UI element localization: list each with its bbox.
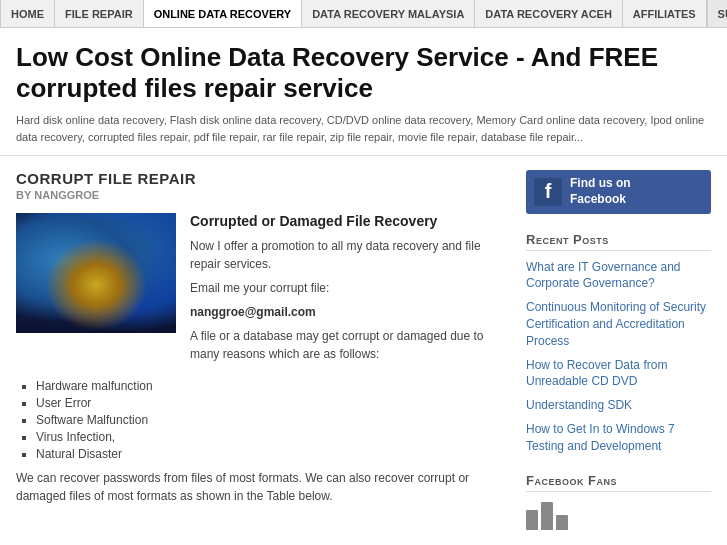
article-title: Corrupted or Damaged File Recovery — [190, 213, 510, 229]
list-item: Hardware malfunction — [36, 379, 510, 393]
page-subtitle: Hard disk online data recovery, Flash di… — [16, 112, 711, 145]
recent-post-link[interactable]: What are IT Governance and Corporate Gov… — [526, 259, 711, 293]
nav-home[interactable]: HOME — [0, 0, 55, 27]
nav-data-recovery-aceh[interactable]: DATA RECOVERY ACEH — [475, 0, 623, 27]
list-item: Software Malfunction — [36, 413, 510, 427]
recent-post-link[interactable]: Continuous Monitoring of Security Certif… — [526, 299, 711, 349]
article-email-label: Email me your corrupt file: — [190, 279, 510, 297]
article-image — [16, 213, 176, 333]
facebook-widget[interactable]: f Find us on Facebook — [526, 170, 711, 213]
article-list: Hardware malfunction User Error Software… — [36, 379, 510, 461]
article-section-title: CORRUPT FILE REPAIR — [16, 170, 510, 187]
list-item: Virus Infection, — [36, 430, 510, 444]
nav-online-data-recovery[interactable]: ONLINE DATA RECOVERY — [144, 0, 303, 27]
article-content: CORRUPT FILE REPAIR by NANGGROE Corrupte… — [16, 170, 510, 545]
article-byline: by NANGGROE — [16, 189, 510, 201]
navigation: HOME FILE REPAIR ONLINE DATA RECOVERY DA… — [0, 0, 727, 28]
article-body: A file or a database may get corrupt or … — [190, 327, 510, 363]
article-email[interactable]: nanggroe@gmail.com — [190, 303, 510, 321]
nav-affiliates[interactable]: AFFILIATES — [623, 0, 707, 27]
facebook-icon: f — [534, 178, 562, 206]
recent-post-link[interactable]: Understanding SDK — [526, 397, 711, 414]
nav-data-recovery-malaysia[interactable]: DATA RECOVERY MALAYSIA — [302, 0, 475, 27]
sidebar: f Find us on Facebook Recent Posts What … — [526, 170, 711, 545]
article-top-section: Corrupted or Damaged File Recovery Now I… — [16, 213, 510, 369]
main-content: CORRUPT FILE REPAIR by NANGGROE Corrupte… — [0, 156, 727, 545]
nav-file-repair[interactable]: FILE REPAIR — [55, 0, 144, 27]
article-full-content: Hardware malfunction User Error Software… — [16, 379, 510, 505]
facebook-fans-bars — [526, 500, 711, 530]
recent-post-link[interactable]: How to Get In to Windows 7 Testing and D… — [526, 421, 711, 455]
page-header: Low Cost Online Data Recovery Service - … — [0, 28, 727, 156]
nav-subscribe[interactable]: SUBSCRIBE — [707, 0, 727, 27]
fb-bar-3 — [556, 515, 568, 530]
recent-posts-title: Recent Posts — [526, 232, 711, 251]
article-footer-text: We can recover passwords from files of m… — [16, 469, 510, 505]
list-item: User Error — [36, 396, 510, 410]
page-title: Low Cost Online Data Recovery Service - … — [16, 42, 711, 104]
facebook-section: f Find us on Facebook — [526, 170, 711, 213]
list-item: Natural Disaster — [36, 447, 510, 461]
article-text-block: Corrupted or Damaged File Recovery Now I… — [190, 213, 510, 369]
facebook-label: Find us on Facebook — [570, 176, 631, 207]
fb-bar-2 — [541, 502, 553, 530]
facebook-fans-title: Facebook Fans — [526, 473, 711, 492]
recent-posts-section: Recent Posts What are IT Governance and … — [526, 232, 711, 455]
facebook-fans-section: Facebook Fans — [526, 473, 711, 530]
fb-bar-1 — [526, 510, 538, 530]
article-promo: Now I offer a promotion to all my data r… — [190, 237, 510, 273]
recent-post-link[interactable]: How to Recover Data from Unreadable CD D… — [526, 357, 711, 391]
